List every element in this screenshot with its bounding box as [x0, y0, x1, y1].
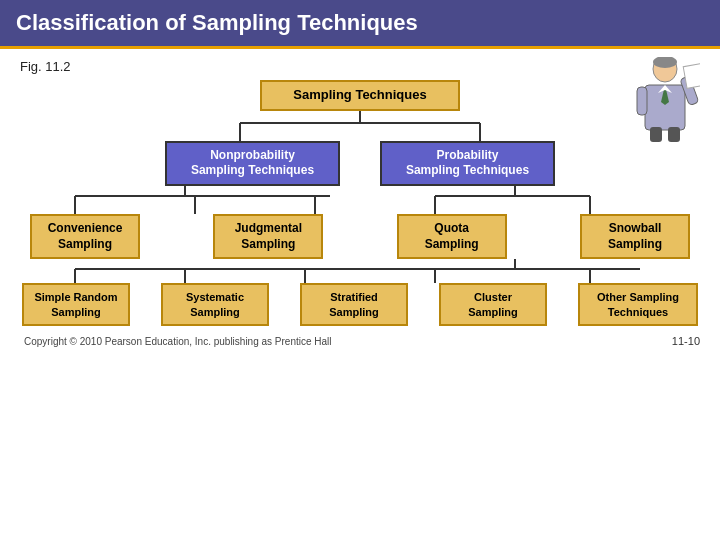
snowball-sampling-box: Snowball Sampling: [580, 214, 690, 259]
sampling-diagram: Sampling Techniques Nonprobability Sampl…: [20, 80, 700, 326]
sampling-techniques-box: Sampling Techniques: [260, 80, 460, 111]
page-number: 11-10: [672, 335, 700, 347]
fig-label: Fig. 11.2: [20, 59, 700, 74]
quota-sampling-box: Quota Sampling: [397, 214, 507, 259]
convenience-sampling-box: Convenience Sampling: [30, 214, 140, 259]
copyright-footer: Copyright © 2010 Pearson Education, Inc.…: [20, 336, 332, 347]
nonprobability-box: Nonprobability Sampling Techniques: [165, 141, 340, 186]
judgmental-sampling-box: Judgmental Sampling: [213, 214, 323, 259]
cluster-sampling-box: Cluster Sampling: [439, 283, 547, 326]
probability-box: Probability Sampling Techniques: [380, 141, 555, 186]
header: Classification of Sampling Techniques: [0, 0, 720, 49]
systematic-sampling-box: Systematic Sampling: [161, 283, 269, 326]
simple-random-sampling-box: Simple Random Sampling: [22, 283, 130, 326]
header-title: Classification of Sampling Techniques: [16, 10, 418, 35]
other-sampling-box: Other Sampling Techniques: [578, 283, 698, 326]
stratified-sampling-box: Stratified Sampling: [300, 283, 408, 326]
